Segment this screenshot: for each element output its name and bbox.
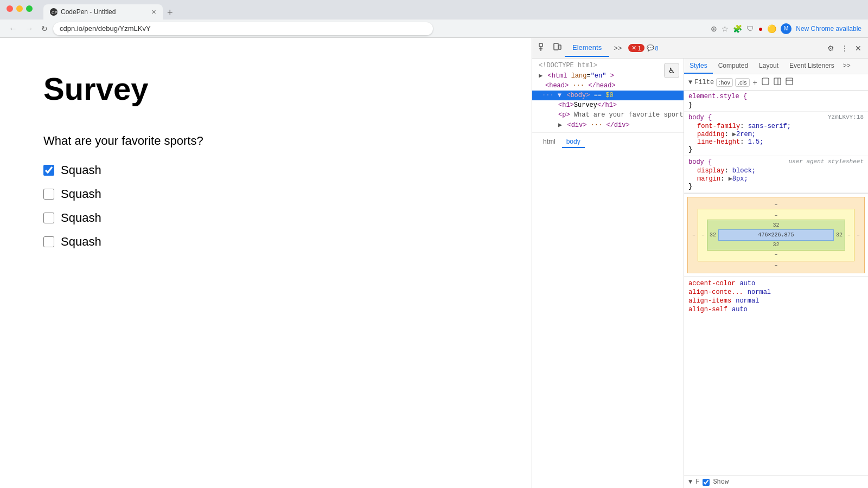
- rule-prop-line-height: line-height: 1.5;: [688, 138, 864, 146]
- checkbox-item-4[interactable]: Squash: [43, 235, 488, 249]
- margin-label-left: –: [692, 232, 695, 238]
- css-prop-row-3: align-items normal: [688, 297, 864, 305]
- border-label-bottom: –: [701, 252, 851, 258]
- styles-tab-computed[interactable]: Computed: [713, 59, 754, 74]
- maximize-button[interactable]: [26, 5, 33, 12]
- profile-icon[interactable]: M: [781, 23, 792, 34]
- devtools-panel: Elements >> ✕ 1 💬 8 ⚙ ⋮ ✕ ♿: [532, 38, 868, 488]
- zoom-icon[interactable]: ⊕: [711, 24, 717, 33]
- checkbox-list: Squash Squash Squash Squash: [43, 163, 488, 249]
- checkbox-item-3[interactable]: Squash: [43, 211, 488, 225]
- css-prop-row-1: accent-color auto: [688, 279, 864, 288]
- extension-icon-2[interactable]: 🛡: [746, 24, 754, 33]
- rule-prop-display: display: block;: [688, 167, 864, 175]
- minimize-button[interactable]: [16, 5, 23, 12]
- svg-rect-5: [554, 43, 558, 50]
- close-button[interactable]: [7, 5, 13, 12]
- style-rule-ua-body: user agent stylesheet body { display: bl…: [684, 156, 868, 193]
- checkbox-squash-1[interactable]: [43, 165, 54, 176]
- toggle-sidebar-button[interactable]: [773, 76, 782, 88]
- padding-label-left: 32: [710, 232, 716, 238]
- checkbox-squash-2[interactable]: [43, 189, 54, 200]
- filter-show-checkbox[interactable]: [703, 479, 710, 486]
- checkbox-label-3: Squash: [61, 211, 101, 225]
- back-button[interactable]: ←: [7, 23, 20, 35]
- star-icon[interactable]: ☆: [722, 24, 729, 33]
- extension-icon-3[interactable]: ●: [758, 24, 763, 33]
- box-model-content: 476×226.875: [718, 229, 834, 241]
- devtools-more-button[interactable]: ⋮: [839, 42, 851, 55]
- accessibility-button[interactable]: ♿: [664, 63, 679, 78]
- styles-content: element.style { } YzmLKvY:18 body { font…: [684, 91, 868, 476]
- checkbox-item-2[interactable]: Squash: [43, 187, 488, 201]
- devtools-tab-more[interactable]: >>: [610, 40, 625, 56]
- extension-icon-1[interactable]: 🧩: [733, 24, 742, 33]
- devtools-tab-elements[interactable]: Elements: [565, 39, 609, 57]
- toggle-dark-mode-button[interactable]: [784, 76, 794, 88]
- expand-arrow[interactable]: ▶: [539, 72, 542, 80]
- svg-rect-10: [786, 78, 793, 85]
- html-line-html[interactable]: ▶ <html lang="en" >: [532, 70, 684, 81]
- filter-f-label: F: [695, 478, 699, 486]
- html-line-h1[interactable]: <h1>Survey</h1>: [532, 100, 684, 110]
- checkbox-item-1[interactable]: Squash: [43, 163, 488, 177]
- styles-tab-event-listeners[interactable]: Event Listeners: [784, 59, 840, 74]
- cls-button[interactable]: .cls: [735, 78, 750, 87]
- margin-sides: – – – 32 32: [692, 209, 860, 261]
- inspect-element-button[interactable]: [537, 41, 550, 55]
- checkbox-label-1: Squash: [61, 163, 101, 177]
- tab-close-icon[interactable]: ✕: [151, 9, 156, 16]
- forward-button[interactable]: →: [23, 23, 36, 35]
- html-line-div[interactable]: ▶ <div> ··· </div>: [532, 120, 684, 130]
- device-toolbar-button[interactable]: [551, 41, 564, 55]
- filter-icon: ▼: [688, 79, 692, 86]
- filter-show-label: Show: [713, 478, 729, 486]
- tab-favicon: CP: [50, 8, 58, 16]
- elements-panel: ♿ <!DOCTYPE html> ▶ <html lang="en" > <h…: [532, 59, 868, 488]
- html-line-p[interactable]: <p> What are your favorite sports? </p>: [532, 110, 684, 120]
- error-badge[interactable]: ✕ 1: [628, 44, 644, 52]
- html-line-body[interactable]: ··· ▼ <body> == $0: [532, 91, 684, 100]
- hover-pseudo-button[interactable]: :hov: [716, 78, 733, 87]
- margin-label-top: –: [692, 202, 860, 208]
- html-line-head[interactable]: <head> ··· </head>: [532, 81, 684, 91]
- rule-prop-padding: padding: ▶2rem;: [688, 130, 864, 138]
- checkbox-squash-4[interactable]: [43, 236, 54, 247]
- toolbar-actions: ⊕ ☆ 🧩 🛡 ● 🟡 M New Chrome available: [711, 23, 861, 34]
- rule-source-body[interactable]: YzmLKvY:18: [828, 114, 864, 120]
- extension-icon-4[interactable]: 🟡: [767, 24, 776, 33]
- devtools-close-button[interactable]: ✕: [853, 42, 864, 55]
- rule-prop-font-family: font-family: sans-serif;: [688, 123, 864, 130]
- styles-tabs: Styles Computed Layout Event Listeners >…: [684, 59, 868, 74]
- border-label-right: –: [847, 232, 851, 238]
- margin-label-right: –: [857, 232, 860, 238]
- svg-rect-6: [559, 45, 561, 49]
- styles-tab-layout[interactable]: Layout: [754, 59, 784, 74]
- styles-tab-more[interactable]: >>: [840, 59, 854, 74]
- new-style-rule-button[interactable]: [761, 76, 770, 88]
- accessibility-icon: ♿: [669, 65, 674, 76]
- checkbox-label-2: Squash: [61, 187, 101, 201]
- box-model-section: – – – – 32: [684, 193, 868, 277]
- checkbox-squash-3[interactable]: [43, 213, 54, 223]
- new-chrome-button[interactable]: New Chrome available: [796, 25, 861, 33]
- devtools-settings-button[interactable]: ⚙: [825, 42, 837, 55]
- html-tab[interactable]: html: [539, 136, 560, 148]
- active-tab[interactable]: CP CodePen - Untitled ✕: [43, 4, 163, 20]
- html-tree: ♿ <!DOCTYPE html> ▶ <html lang="en" > <h…: [532, 59, 684, 488]
- tab-bar: CP CodePen - Untitled ✕ +: [0, 0, 868, 20]
- add-style-button[interactable]: +: [752, 77, 758, 88]
- warning-badge[interactable]: 💬 8: [647, 44, 659, 52]
- filter-bottom-bar: ▼ F Show: [684, 476, 868, 488]
- html-line-doctype: <!DOCTYPE html>: [532, 61, 684, 70]
- body-tab[interactable]: body: [562, 136, 585, 148]
- new-tab-button[interactable]: +: [163, 6, 177, 20]
- svg-rect-7: [762, 78, 769, 85]
- styles-tab-styles[interactable]: Styles: [684, 59, 713, 74]
- reload-button[interactable]: ↻: [39, 23, 50, 34]
- devtools-settings: ⚙ ⋮ ✕: [825, 42, 864, 55]
- right-panel: Styles Computed Layout Event Listeners >…: [684, 59, 868, 488]
- address-bar[interactable]: [53, 22, 433, 35]
- padding-label-bottom: 32: [710, 242, 843, 248]
- rule-close-body: }: [688, 146, 864, 153]
